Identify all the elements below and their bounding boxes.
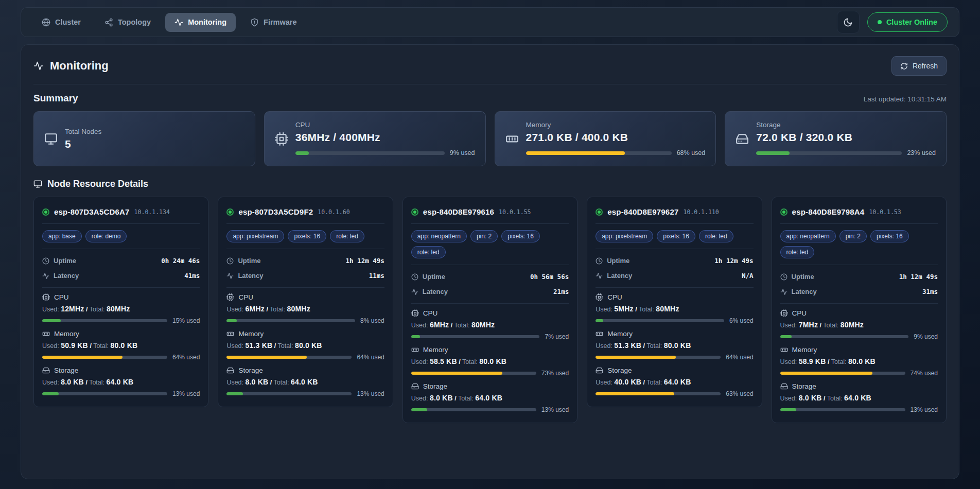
latency-row: Latency 11ms <box>226 268 384 283</box>
used-value: 58.5 KB <box>430 357 457 365</box>
tab-cluster[interactable]: Cluster <box>32 13 90 32</box>
node-name: esp-840D8E979627 <box>607 207 678 216</box>
latency-row: Latency 21ms <box>411 284 569 299</box>
used-label: Used: <box>226 306 243 313</box>
node-tags: app: neopatternpin: 2pixels: 16role: led <box>780 228 938 260</box>
node-ip: 10.0.1.134 <box>134 208 170 216</box>
tab-firmware[interactable]: Firmware <box>241 13 306 32</box>
progress-bar <box>596 356 721 359</box>
resource-usage: Used: 8.0 KB / Total: 64.0 KB <box>780 394 938 402</box>
divider <box>42 287 200 288</box>
refresh-button[interactable]: Refresh <box>891 56 947 76</box>
activity-icon <box>174 18 183 27</box>
used-label: Used: <box>42 306 59 313</box>
latency-value: N/A <box>742 272 754 280</box>
memory-icon <box>780 346 788 354</box>
summary-card-value: 36MHz / 400MHz <box>295 131 475 144</box>
online-dot-icon <box>878 20 882 24</box>
used-label: Used: <box>42 342 59 350</box>
total-value: 64.0 KB <box>475 394 502 402</box>
total-label: Total: <box>93 342 109 350</box>
used-label: Used: <box>780 322 797 329</box>
summary-card-value: 5 <box>65 138 244 150</box>
total-value: 64.0 KB <box>844 394 871 402</box>
monitor-icon <box>33 180 42 188</box>
resource-usage: Used: 8.0 KB / Total: 64.0 KB <box>411 394 569 402</box>
node-storage-section: Storage Used: 8.0 KB / Total: 64.0 KB 13… <box>780 382 938 413</box>
resource-name: Memory <box>423 346 448 354</box>
node-card-header: esp-840D8E9798A4 10.0.1.53 <box>780 204 938 219</box>
node-ip: 10.0.1.60 <box>318 208 349 216</box>
node-cpu-section: CPU Used: 6MHz / Total: 80MHz 8% used <box>226 293 384 324</box>
divider <box>33 84 947 84</box>
percent-used-label: 63% used <box>726 390 753 397</box>
node-tag: pin: 2 <box>470 230 498 242</box>
node-name: esp-840D8E9798A4 <box>792 207 865 216</box>
top-nav-right: Cluster Online <box>837 11 948 33</box>
tab-topology[interactable]: Topology <box>95 13 160 32</box>
progress-bar <box>526 151 672 155</box>
node-tag: pin: 2 <box>839 230 867 242</box>
progress-bar <box>780 372 905 375</box>
nodes-section-title-label: Node Resource Details <box>47 179 148 189</box>
used-label: Used: <box>596 306 612 313</box>
node-tag: app: base <box>42 230 82 242</box>
used-label: Used: <box>411 322 428 329</box>
percent-used-label: 8% used <box>360 317 384 324</box>
resource-name: Memory <box>792 346 817 354</box>
clock-icon <box>596 257 603 265</box>
latency-label: Latency <box>792 288 817 295</box>
tab-monitoring[interactable]: Monitoring <box>165 13 236 32</box>
node-card: esp-840D8E9798A4 10.0.1.53 app: neopatte… <box>772 197 947 423</box>
resource-name: CPU <box>792 309 807 317</box>
progress-bar <box>226 356 352 359</box>
node-online-dot-icon <box>42 208 49 216</box>
nodes-section-title: Node Resource Details <box>33 179 947 189</box>
divider <box>411 303 569 304</box>
uptime-label: Uptime <box>423 273 445 281</box>
percent-used-label: 64% used <box>172 354 200 361</box>
resource-usage: Used: 8.0 KB / Total: 64.0 KB <box>42 378 200 386</box>
progress-bar-fill <box>411 372 502 375</box>
progress-bar <box>756 151 902 155</box>
total-label: Total: <box>831 358 847 365</box>
resource-usage: Used: 5MHz / Total: 80MHz <box>596 305 753 313</box>
progress-bar-fill <box>780 408 797 411</box>
node-card-header: esp-840D8E979627 10.0.1.110 <box>596 204 753 219</box>
used-label: Used: <box>780 395 797 402</box>
resource-usage: Used: 8.0 KB / Total: 64.0 KB <box>226 378 384 386</box>
node-card-header: esp-807D3A5CD6A7 10.0.1.134 <box>42 204 200 219</box>
divider <box>226 249 384 249</box>
memory-icon <box>596 330 603 338</box>
uptime-label: Uptime <box>792 273 814 281</box>
node-cpu-section: CPU Used: 6MHz / Total: 80MHz 7% used <box>411 309 569 340</box>
page-title-label: Monitoring <box>50 59 109 73</box>
storage-icon <box>736 132 749 146</box>
percent-used-label: 9% used <box>914 333 938 340</box>
progress-bar-fill <box>596 356 676 359</box>
percent-used-label: 13% used <box>172 390 200 397</box>
uptime-label: Uptime <box>607 257 629 265</box>
uptime-value: 0h 56m 56s <box>530 273 569 281</box>
shield-icon <box>250 18 259 27</box>
node-tag: pixels: 16 <box>501 230 540 242</box>
clock-icon <box>780 273 787 281</box>
progress-bar <box>596 319 724 322</box>
total-label: Total: <box>646 342 662 350</box>
total-label: Total: <box>278 342 293 350</box>
progress-bar-fill <box>756 151 790 155</box>
theme-toggle-button[interactable] <box>837 11 860 33</box>
activity-icon <box>42 272 49 280</box>
latency-value: 31ms <box>922 288 938 295</box>
progress-bar <box>42 392 167 395</box>
resource-name: Storage <box>423 382 447 390</box>
progress-bar <box>411 408 536 411</box>
cpu-icon <box>42 293 50 301</box>
progress-bar <box>42 319 167 322</box>
total-label: Total: <box>462 358 478 365</box>
uptime-value: 1h 12m 49s <box>346 257 384 265</box>
cpu-icon <box>596 293 603 301</box>
used-value: 51.3 KB <box>246 341 273 350</box>
node-memory-section: Memory Used: 51.3 KB / Total: 80.0 KB 64… <box>596 330 753 361</box>
uptime-row: Uptime 0h 56m 56s <box>411 269 569 284</box>
